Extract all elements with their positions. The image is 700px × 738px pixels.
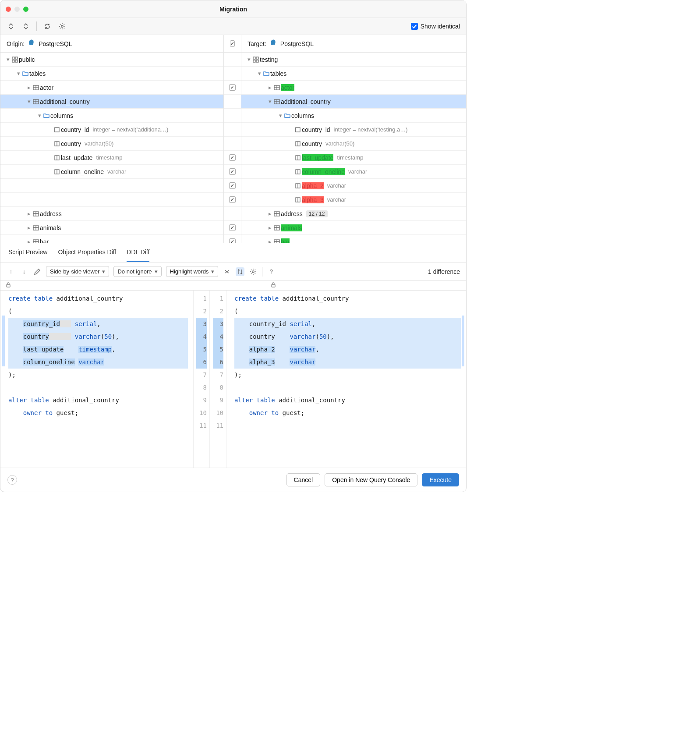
tree-row[interactable]: last_updatetimestamp <box>241 151 466 165</box>
row-checkbox[interactable] <box>229 182 236 189</box>
prev-diff-icon[interactable]: ↑ <box>7 267 15 276</box>
tree-row[interactable]: countryvarchar(50) <box>241 137 466 151</box>
ignore-mode-select[interactable]: Do not ignore <box>113 266 161 277</box>
row-checkbox[interactable] <box>229 196 236 203</box>
chevron-right-icon[interactable]: ▸ <box>26 238 32 243</box>
svg-point-0 <box>61 25 63 27</box>
tree-row[interactable]: ▾additional_country <box>241 95 466 109</box>
show-identical-toggle[interactable]: Show identical <box>411 23 460 30</box>
execute-button[interactable]: Execute <box>422 473 459 486</box>
titlebar: Migration <box>0 0 466 18</box>
chevron-down-icon[interactable]: ▾ <box>5 56 11 63</box>
postgresql-icon <box>270 39 277 48</box>
help-icon[interactable]: ? <box>267 267 276 276</box>
tree-row[interactable]: ▾additional_country <box>0 95 223 109</box>
source-target-headers: Origin: PostgreSQL Target: PostgreSQL <box>0 35 466 53</box>
row-checkbox[interactable] <box>229 168 236 175</box>
diff-tabs: Script Preview Object Properties Diff DD… <box>0 243 466 263</box>
tree-row[interactable]: ▾columns <box>0 109 223 123</box>
tab-object-properties-diff[interactable]: Object Properties Diff <box>58 243 116 262</box>
refresh-icon[interactable] <box>43 22 52 31</box>
edit-icon[interactable] <box>33 267 42 276</box>
tab-script-preview[interactable]: Script Preview <box>8 243 47 262</box>
collapse-all-icon[interactable] <box>21 22 30 31</box>
chevron-right-icon[interactable]: ▸ <box>267 238 273 243</box>
expand-all-icon[interactable] <box>7 22 15 31</box>
collapse-unchanged-icon[interactable] <box>223 267 231 276</box>
viewer-mode-select[interactable]: Side-by-side viewer <box>46 266 109 277</box>
tree-row[interactable]: countryvarchar(50) <box>0 137 223 151</box>
chevron-down-icon[interactable]: ▾ <box>15 70 21 77</box>
right-code-pane[interactable]: create table additional_country( country… <box>226 291 466 468</box>
table-icon <box>273 98 281 105</box>
open-in-console-button[interactable]: Open in New Query Console <box>325 473 417 486</box>
settings-icon[interactable] <box>58 22 67 31</box>
target-tree[interactable]: ▾testing▾tables▸actor▾additional_country… <box>241 53 466 243</box>
tree-row-schema[interactable]: ▾public <box>0 53 223 67</box>
row-checkbox[interactable] <box>229 238 236 243</box>
header-checkbox[interactable] <box>230 40 235 47</box>
folder-icon <box>283 112 291 119</box>
ddl-diff-editor[interactable]: create table additional_country( country… <box>0 291 466 468</box>
tree-row[interactable]: ▸bar <box>241 235 466 243</box>
lock-icon <box>270 281 277 290</box>
folder-icon <box>262 70 270 77</box>
tab-ddl-diff[interactable]: DDL Diff <box>127 243 149 262</box>
tree-row[interactable]: ▸animals <box>241 221 466 235</box>
chevron-down-icon[interactable]: ▾ <box>26 98 32 105</box>
folder-icon <box>42 112 50 119</box>
tree-row[interactable]: ▸bar <box>0 235 223 243</box>
highlight-mode-select[interactable]: Highlight words <box>166 266 219 277</box>
tree-row[interactable]: ▸address12 / 12 <box>241 207 466 221</box>
tree-row-schema[interactable]: ▾testing <box>241 53 466 67</box>
chevron-down-icon[interactable]: ▾ <box>246 56 252 63</box>
cancel-button[interactable]: Cancel <box>286 473 321 486</box>
tree-row[interactable]: ▸animals <box>0 221 223 235</box>
chevron-right-icon[interactable]: ▸ <box>26 210 32 217</box>
row-checkbox[interactable] <box>229 84 236 91</box>
sync-scroll-icon[interactable] <box>236 267 244 276</box>
tree-row[interactable]: alpha_2varchar <box>241 179 466 193</box>
tree-row[interactable]: ▸actor <box>0 81 223 95</box>
table-icon <box>273 84 281 91</box>
dialog-footer: ? Cancel Open in New Query Console Execu… <box>0 468 466 492</box>
chevron-right-icon[interactable]: ▸ <box>267 210 273 217</box>
chevron-right-icon[interactable]: ▸ <box>26 84 32 91</box>
tree-row[interactable]: column_onelinevarchar <box>0 165 223 179</box>
diff-settings-icon[interactable] <box>249 267 258 276</box>
tree-row[interactable]: column_onelinevarchar <box>241 165 466 179</box>
chevron-down-icon[interactable]: ▾ <box>256 70 262 77</box>
checkbox-checked-icon <box>411 23 418 30</box>
count-badge: 12 / 12 <box>306 210 328 217</box>
svg-rect-1 <box>12 57 14 59</box>
tree-row-tables[interactable]: ▾tables <box>0 67 223 81</box>
svg-rect-16 <box>253 60 255 62</box>
tree-row-tables[interactable]: ▾tables <box>241 67 466 81</box>
tree-row[interactable]: ▾columns <box>241 109 466 123</box>
left-line-numbers: 1234567891011 <box>193 291 210 468</box>
chevron-right-icon[interactable]: ▸ <box>26 224 32 231</box>
tree-row[interactable]: last_updatetimestamp <box>0 151 223 165</box>
row-checkbox[interactable] <box>229 154 236 161</box>
chevron-down-icon[interactable]: ▾ <box>36 112 42 119</box>
diff-count-label: 1 difference <box>428 268 460 275</box>
next-diff-icon[interactable]: ↓ <box>20 267 28 276</box>
tree-row[interactable]: alpha_3varchar <box>241 193 466 207</box>
tree-row[interactable]: ▸actor <box>241 81 466 95</box>
chevron-right-icon[interactable]: ▸ <box>267 224 273 231</box>
tree-row[interactable]: country_idinteger = nextval('additiona…) <box>0 123 223 137</box>
help-button[interactable]: ? <box>7 475 17 485</box>
column-icon <box>53 168 61 175</box>
target-label: Target: <box>247 40 266 47</box>
svg-rect-30 <box>7 284 10 287</box>
tree-row[interactable]: country_idinteger = nextval('testing.a…) <box>241 123 466 137</box>
left-code-pane[interactable]: create table additional_country( country… <box>0 291 193 468</box>
chevron-down-icon[interactable]: ▾ <box>267 98 273 105</box>
tree-row[interactable]: ▸address <box>0 207 223 221</box>
table-icon <box>273 238 281 243</box>
row-checkbox[interactable] <box>229 224 236 231</box>
origin-tree[interactable]: ▾public▾tables▸actor▾additional_country▾… <box>0 53 224 243</box>
chevron-down-icon[interactable]: ▾ <box>277 112 283 119</box>
tree-row-blank <box>0 179 223 193</box>
chevron-right-icon[interactable]: ▸ <box>267 84 273 91</box>
